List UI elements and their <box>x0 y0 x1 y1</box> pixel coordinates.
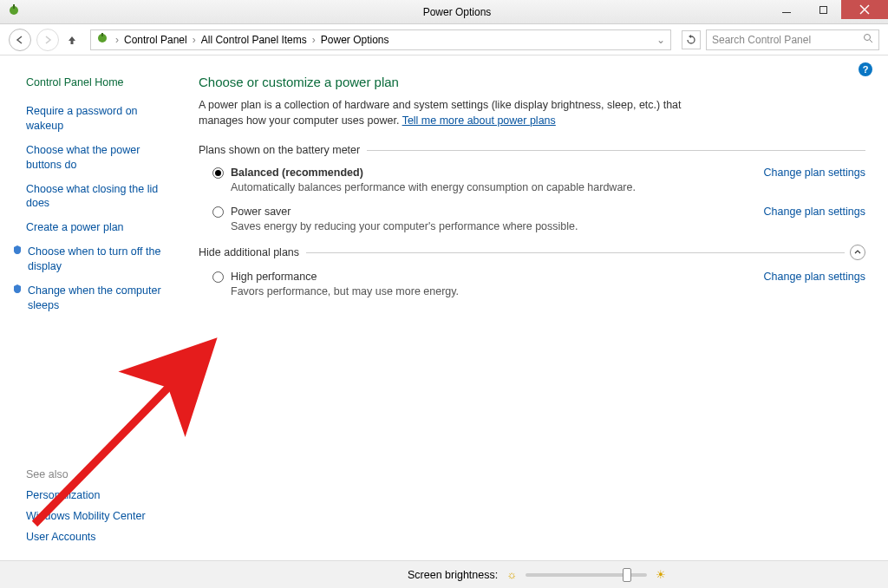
page-heading: Choose or customize a power plan <box>199 75 865 89</box>
breadcrumb-item[interactable]: All Control Panel Items <box>201 34 307 46</box>
plan-desc: Saves energy by reducing your computer's… <box>231 220 747 232</box>
learn-more-link[interactable]: Tell me more about power plans <box>402 114 556 127</box>
maximize-button[interactable] <box>805 0 841 19</box>
search-placeholder: Search Control Panel <box>712 34 811 46</box>
see-also-title: See also <box>26 468 146 480</box>
shield-icon <box>12 284 23 313</box>
brightness-slider-thumb[interactable] <box>623 568 631 582</box>
plan-desc: Favors performance, but may use more ene… <box>231 285 747 297</box>
group-label-meter: Plans shown on the battery meter <box>199 144 865 156</box>
search-input[interactable]: Search Control Panel <box>706 29 879 50</box>
sidebar-link[interactable]: Create a power plan <box>26 220 174 235</box>
help-icon[interactable]: ? <box>859 62 872 76</box>
breadcrumb-item[interactable]: Power Options <box>321 34 389 46</box>
svg-line-7 <box>870 40 872 42</box>
close-button[interactable] <box>841 0 888 19</box>
plan-high-performance: High performance Favors performance, but… <box>199 271 865 297</box>
group-label-hide: Hide additional plans <box>199 245 865 260</box>
svg-point-6 <box>865 35 871 41</box>
breadcrumb-icon <box>96 32 110 47</box>
breadcrumb[interactable]: › Control Panel › All Control Panel Item… <box>90 29 671 50</box>
brightness-low-icon: ☼ <box>506 568 517 581</box>
breadcrumb-dropdown-icon[interactable]: ⌄ <box>656 34 665 46</box>
change-plan-settings-link[interactable]: Change plan settings <box>747 271 865 297</box>
brightness-high-icon: ☀ <box>656 568 666 581</box>
breadcrumb-item[interactable]: Control Panel <box>124 34 187 46</box>
sidebar-link[interactable]: Choose what the power buttons do <box>26 143 174 173</box>
plan-name: Balanced (recommended) <box>231 167 747 179</box>
sidebar-link[interactable]: Choose what closing the lid does <box>26 182 174 212</box>
app-icon <box>7 3 21 21</box>
plan-power-saver: Power saver Saves energy by reducing you… <box>199 206 865 232</box>
refresh-button[interactable] <box>682 30 701 49</box>
window-titlebar: Power Options <box>0 0 888 24</box>
window-title: Power Options <box>26 6 888 18</box>
plan-desc: Automatically balances performance with … <box>231 181 747 193</box>
plan-radio-power-saver[interactable] <box>212 206 224 218</box>
plan-radio-balanced[interactable] <box>212 167 224 179</box>
nav-toolbar: › Control Panel › All Control Panel Item… <box>0 24 888 56</box>
control-panel-home-link[interactable]: Control Panel Home <box>26 76 174 88</box>
see-also-link[interactable]: Windows Mobility Center <box>26 510 146 522</box>
plan-radio-high-performance[interactable] <box>212 271 224 283</box>
back-button[interactable] <box>9 29 31 51</box>
sidebar-link[interactable]: Require a password on wakeup <box>26 104 174 134</box>
forward-button[interactable] <box>36 29 59 51</box>
change-plan-settings-link[interactable]: Change plan settings <box>747 167 865 193</box>
plan-name: Power saver <box>231 206 747 218</box>
sidebar-link[interactable]: Choose when to turn off the display <box>12 245 174 274</box>
change-plan-settings-link[interactable]: Change plan settings <box>747 206 865 232</box>
shield-icon <box>12 245 23 274</box>
brightness-label: Screen brightness: <box>408 569 498 581</box>
sidebar-link[interactable]: Change when the computer sleeps <box>12 284 174 313</box>
brightness-bar: Screen brightness: ☼ ☀ <box>0 560 888 588</box>
brightness-slider[interactable] <box>526 573 647 577</box>
minimize-button[interactable] <box>768 0 805 19</box>
up-button[interactable] <box>64 32 80 48</box>
plan-name: High performance <box>231 271 747 283</box>
collapse-toggle-icon[interactable] <box>850 245 865 260</box>
svg-rect-5 <box>101 33 103 36</box>
see-also-link[interactable]: Personalization <box>26 489 146 501</box>
see-also: See also Personalization Windows Mobilit… <box>26 468 146 552</box>
page-description: A power plan is a collection of hardware… <box>199 98 719 128</box>
plan-balanced: Balanced (recommended) Automatically bal… <box>199 167 865 193</box>
see-also-link[interactable]: User Accounts <box>26 531 146 543</box>
search-icon <box>863 33 873 46</box>
main-panel: Choose or customize a power plan A power… <box>186 56 888 560</box>
svg-rect-1 <box>13 4 15 9</box>
